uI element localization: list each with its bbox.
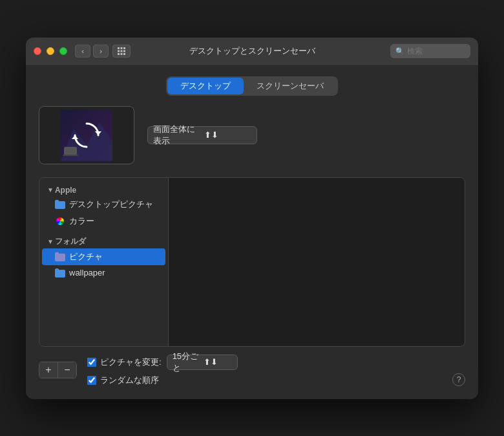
tab-group: デスクトップ スクリーンセーバ bbox=[166, 76, 338, 96]
svg-rect-4 bbox=[121, 50, 123, 52]
main-window: ‹ › デスクトップとスクリーンセーバ 🔍 bbox=[26, 38, 478, 399]
sidebar-group-folders[interactable]: ▼ フォルダ bbox=[39, 234, 168, 248]
grid-view-button[interactable] bbox=[112, 45, 131, 58]
change-picture-checkbox[interactable] bbox=[87, 358, 96, 367]
random-order-label: ランダムな順序 bbox=[100, 375, 159, 386]
svg-rect-2 bbox=[123, 47, 125, 49]
folder-icon-pictures bbox=[55, 252, 65, 262]
svg-rect-5 bbox=[123, 50, 125, 52]
change-picture-label: ピクチャを変更: bbox=[100, 356, 162, 368]
svg-rect-0 bbox=[118, 47, 120, 49]
traffic-lights bbox=[34, 47, 67, 55]
sidebar-item-pictures[interactable]: ピクチャ bbox=[42, 248, 165, 265]
help-section: ? bbox=[452, 373, 465, 386]
interval-select[interactable]: 15分ごと ⬆⬇ bbox=[167, 354, 238, 370]
forward-icon: › bbox=[100, 47, 102, 55]
sidebar-item-colors-label: カラー bbox=[69, 215, 94, 227]
add-button[interactable]: + bbox=[39, 362, 58, 378]
tab-desktop[interactable]: デスクトップ bbox=[167, 78, 244, 94]
folder-icon-desktop bbox=[55, 199, 65, 210]
svg-rect-8 bbox=[123, 53, 125, 55]
image-grid bbox=[169, 178, 465, 346]
select-arrow-icon: ⬆⬇ bbox=[204, 130, 251, 140]
preview-thumbnail bbox=[39, 106, 134, 164]
search-input[interactable] bbox=[407, 47, 465, 56]
tab-screensaver[interactable]: スクリーンセーバ bbox=[244, 78, 337, 94]
disclosure-arrow-apple: ▼ bbox=[47, 186, 54, 193]
sidebar-group-folders-label: フォルダ bbox=[55, 236, 86, 247]
maximize-button[interactable] bbox=[59, 47, 67, 55]
svg-rect-1 bbox=[121, 47, 123, 49]
main-panel: ▼ Apple デスクトップピクチャ カラー bbox=[39, 177, 465, 347]
svg-rect-7 bbox=[121, 53, 123, 55]
display-option-section: 画面全体に表示 ⬆⬇ bbox=[147, 126, 257, 144]
random-order-row: ランダムな順序 bbox=[87, 375, 452, 386]
display-mode-select[interactable]: 画面全体に表示 ⬆⬇ bbox=[147, 126, 257, 144]
sidebar-group-apple[interactable]: ▼ Apple bbox=[39, 183, 168, 196]
minimize-button[interactable] bbox=[47, 47, 54, 55]
back-icon: ‹ bbox=[81, 47, 84, 55]
preview-image bbox=[61, 109, 112, 161]
change-picture-row: ピクチャを変更: 15分ごと ⬆⬇ bbox=[87, 354, 452, 370]
help-button[interactable]: ? bbox=[452, 373, 465, 386]
sidebar-item-wallpaper-label: wallpaper bbox=[69, 268, 105, 278]
preview-section: 画面全体に表示 ⬆⬇ bbox=[39, 106, 465, 164]
search-box[interactable]: 🔍 bbox=[390, 44, 470, 58]
search-icon: 🔍 bbox=[395, 47, 404, 56]
options-section: ピクチャを変更: 15分ごと ⬆⬇ ランダムな順序 bbox=[87, 354, 452, 386]
change-picture-checkbox-row: ピクチャを変更: bbox=[87, 356, 162, 368]
sidebar: ▼ Apple デスクトップピクチャ カラー bbox=[39, 178, 169, 346]
grid-icon bbox=[117, 47, 126, 56]
sidebar-item-desktop-pictures[interactable]: デスクトップピクチャ bbox=[42, 196, 165, 213]
sidebar-item-desktop-pictures-label: デスクトップピクチャ bbox=[69, 199, 153, 210]
display-mode-label: 画面全体に表示 bbox=[153, 124, 200, 147]
sidebar-item-pictures-label: ピクチャ bbox=[69, 251, 103, 263]
tabs-container: デスクトップ スクリーンセーバ bbox=[39, 76, 465, 96]
svg-rect-14 bbox=[63, 155, 78, 156]
back-button[interactable]: ‹ bbox=[75, 45, 90, 58]
nav-buttons: ‹ › bbox=[75, 45, 109, 58]
sidebar-item-wallpaper[interactable]: wallpaper bbox=[42, 265, 165, 281]
bottom-bar: + − ピクチャを変更: 15分ごと ⬆⬇ bbox=[39, 354, 465, 386]
sidebar-group-apple-label: Apple bbox=[55, 186, 76, 195]
random-order-checkbox[interactable] bbox=[87, 376, 96, 385]
titlebar: ‹ › デスクトップとスクリーンセーバ 🔍 bbox=[26, 38, 478, 66]
sidebar-item-colors[interactable]: カラー bbox=[42, 213, 165, 230]
svg-rect-6 bbox=[118, 53, 120, 55]
disclosure-arrow-folders: ▼ bbox=[47, 238, 54, 245]
interval-label: 15分ごと bbox=[173, 351, 201, 374]
add-remove-section: + − bbox=[39, 362, 77, 378]
add-remove-buttons: + − bbox=[39, 362, 77, 378]
content-area: デスクトップ スクリーンセーバ bbox=[26, 66, 478, 399]
interval-arrow-icon: ⬆⬇ bbox=[204, 357, 232, 367]
svg-rect-13 bbox=[64, 147, 77, 155]
folder-icon-wallpaper bbox=[55, 268, 65, 278]
window-title: デスクトップとスクリーンセーバ bbox=[189, 45, 315, 57]
close-button[interactable] bbox=[34, 47, 41, 55]
remove-button[interactable]: − bbox=[58, 362, 76, 378]
svg-rect-3 bbox=[118, 50, 120, 52]
color-wheel-icon bbox=[55, 216, 65, 226]
forward-button[interactable]: › bbox=[93, 45, 109, 58]
